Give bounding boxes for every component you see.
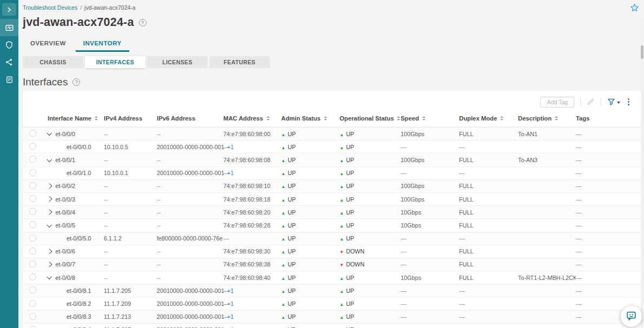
- chat-button[interactable]: [621, 306, 642, 327]
- duplex-mode: —: [459, 170, 518, 176]
- row-select-radio[interactable]: [29, 300, 36, 307]
- status-up-icon: ▲: [281, 263, 286, 267]
- table-row-et-0/0/1[interactable]: et-0/0/1----74:e7:98:60:98:08▲UP▲UP100Gb…: [23, 153, 641, 166]
- collapse-row-chevron-icon[interactable]: [47, 131, 52, 136]
- toolbar-divider: [601, 98, 601, 106]
- subtab-features[interactable]: FEATURES: [209, 56, 270, 68]
- row-select-radio[interactable]: [29, 247, 36, 255]
- subtab-chassis[interactable]: CHASSIS: [23, 56, 83, 68]
- status-label: UP: [288, 248, 296, 255]
- table-row-et-0/0/5[interactable]: et-0/0/5----74:e7:98:60:98:28▲UP▲UP10Gbp…: [23, 219, 641, 232]
- status-label: UP: [346, 235, 354, 242]
- table-row-et-0/0/3[interactable]: et-0/0/3----74:e7:98:60:98:18▲UP▲UP100Gb…: [23, 193, 641, 206]
- column-header-description[interactable]: Description: [518, 115, 576, 122]
- sort-icon[interactable]: [95, 116, 98, 121]
- row-select-radio[interactable]: [29, 208, 36, 215]
- scrollbar-track[interactable]: [641, 16, 644, 328]
- section-help-icon[interactable]: ?: [72, 78, 80, 86]
- mac-address: 74:e7:98:60:98:40: [223, 275, 281, 281]
- table-row-et-0/0/1.0[interactable]: et-0/0/1.010.10.0.120010000-0000-0000-00…: [23, 167, 641, 180]
- ipv6-address: --: [157, 157, 223, 163]
- duplex-mode: —: [459, 300, 518, 307]
- row-select-radio[interactable]: [29, 326, 36, 328]
- page-help-icon[interactable]: ?: [139, 19, 147, 26]
- table-row-et-0/0/4[interactable]: et-0/0/4----74:e7:98:60:98:20▲UP▲UP10Gbp…: [23, 206, 641, 219]
- table-row-et-0/0/8[interactable]: et-0/0/8----74:e7:98:60:98:40▲UP▲UP10Gbp…: [23, 271, 641, 284]
- table-header-row: Interface NameIPv4 AddressIPv6 AddressMA…: [23, 109, 641, 128]
- column-header-mac-address[interactable]: MAC Address: [223, 115, 281, 122]
- expand-row-chevron-icon[interactable]: [47, 197, 52, 202]
- table-row-et-0/0/6[interactable]: et-0/0/6----74:e7:98:60:98:30▲UP▼DOWN—FU…: [23, 245, 641, 258]
- table-row-et-0/0/5.0[interactable]: et-0/0/5.06.1.1.2fe800000-0000-0000-76e—…: [23, 232, 641, 245]
- sidebar-item-reports[interactable]: [0, 71, 18, 88]
- table-row-et-0/0/8.1[interactable]: et-0/0/8.111.1.7.20520010000-0000-0000-0…: [23, 284, 641, 297]
- breadcrumb-link-troubleshoot-devices[interactable]: Troubleshoot Devices: [23, 4, 77, 11]
- sort-icon[interactable]: [422, 116, 426, 121]
- subtab-interfaces[interactable]: INTERFACES: [85, 56, 145, 68]
- column-header-operational-status[interactable]: Operational Status: [340, 115, 401, 122]
- sidebar-item-network[interactable]: [0, 53, 18, 71]
- more-menu-icon[interactable]: [626, 98, 631, 106]
- sort-icon[interactable]: [267, 116, 270, 121]
- row-select-radio[interactable]: [29, 130, 36, 137]
- column-label: Admin Status: [281, 115, 321, 122]
- table-row-et-0/0/7[interactable]: et-0/0/7----74:e7:98:60:98:38▲UP▼DOWN—FU…: [23, 258, 641, 271]
- expand-row-chevron-icon[interactable]: [47, 184, 52, 189]
- row-select-radio[interactable]: [29, 313, 36, 320]
- sort-icon[interactable]: [500, 116, 503, 121]
- sort-icon[interactable]: [324, 116, 327, 121]
- filter-caret-icon: [617, 102, 620, 104]
- interface-name: et-0/0/8: [56, 275, 76, 281]
- ipv6-address: --: [157, 248, 223, 255]
- ipv6-address: --: [157, 222, 223, 229]
- table-row-et-0/0/8.2[interactable]: et-0/0/8.211.1.7.20920010000-0000-0000-0…: [23, 297, 641, 310]
- add-tag-button[interactable]: Add Tag: [540, 97, 574, 108]
- column-label: Operational Status: [340, 115, 394, 122]
- column-header-interface-name[interactable]: Interface Name: [48, 115, 104, 122]
- row-select-radio[interactable]: [29, 221, 36, 228]
- row-select-radio[interactable]: [29, 169, 36, 176]
- row-select-radio[interactable]: [29, 273, 36, 280]
- collapse-row-chevron-icon[interactable]: [47, 222, 52, 227]
- expand-row-chevron-icon[interactable]: [47, 249, 52, 254]
- expand-row-chevron-icon[interactable]: [47, 262, 52, 267]
- sort-icon[interactable]: [397, 116, 400, 121]
- tab-overview[interactable]: OVERVIEW: [26, 40, 70, 52]
- duplex-mode: FULL: [459, 248, 518, 255]
- sidebar-item-device-health[interactable]: [0, 19, 18, 36]
- ipv4-address: 10.10.0.5: [104, 144, 157, 150]
- row-select-radio[interactable]: [29, 235, 36, 242]
- sidebar-expand-button[interactable]: [2, 3, 16, 16]
- table-row-et-0/0/0.0[interactable]: et-0/0/0.010.10.0.520010000-0000-0000-00…: [23, 140, 641, 153]
- row-select-radio[interactable]: [29, 156, 36, 163]
- column-header-duplex-mode[interactable]: Duplex Mode: [459, 115, 518, 122]
- column-header-admin-status[interactable]: Admin Status: [281, 115, 340, 122]
- admin-status: ▲UP: [281, 313, 340, 320]
- collapse-row-chevron-icon[interactable]: [47, 157, 52, 162]
- table-row-et-0/0/0[interactable]: et-0/0/0----74:e7:98:60:98:00▲UP▲UP100Gb…: [23, 128, 641, 140]
- row-select-radio[interactable]: [29, 195, 36, 202]
- column-label: MAC Address: [223, 115, 263, 122]
- subtab-licenses[interactable]: LICENSES: [147, 56, 208, 68]
- tab-inventory[interactable]: INVENTORY: [76, 40, 129, 52]
- table-row-et-0/0/8.3[interactable]: et-0/0/8.311.1.7.21320010000-0000-0000-0…: [23, 311, 641, 324]
- row-select-radio[interactable]: [29, 260, 36, 267]
- favorite-star-icon[interactable]: [629, 3, 639, 13]
- table-row-et-0/0/2[interactable]: et-0/0/2----74:e7:98:60:98:10▲UP▲UP100Gb…: [23, 180, 641, 193]
- sort-icon[interactable]: [555, 116, 558, 121]
- scrollbar-thumb[interactable]: [641, 45, 643, 59]
- duplex-mode: —: [459, 144, 518, 150]
- filter-funnel-icon[interactable]: [607, 98, 620, 106]
- row-select-radio[interactable]: [29, 182, 36, 189]
- collapse-row-chevron-icon[interactable]: [47, 275, 52, 279]
- row-select-radio[interactable]: [29, 286, 36, 293]
- status-label: UP: [346, 275, 354, 281]
- sidebar-item-security[interactable]: [0, 36, 18, 53]
- expand-row-chevron-icon[interactable]: [47, 210, 52, 215]
- column-header-speed[interactable]: Speed: [401, 115, 459, 122]
- table-row-et-0/0/8.4[interactable]: et-0/0/8.411.1.7.21720010000-0000-0000-0…: [23, 324, 641, 328]
- edit-pencil-icon[interactable]: [587, 98, 595, 106]
- speed: 100Gbps: [401, 157, 459, 163]
- row-select-radio[interactable]: [29, 143, 36, 150]
- status-label: UP: [288, 287, 296, 294]
